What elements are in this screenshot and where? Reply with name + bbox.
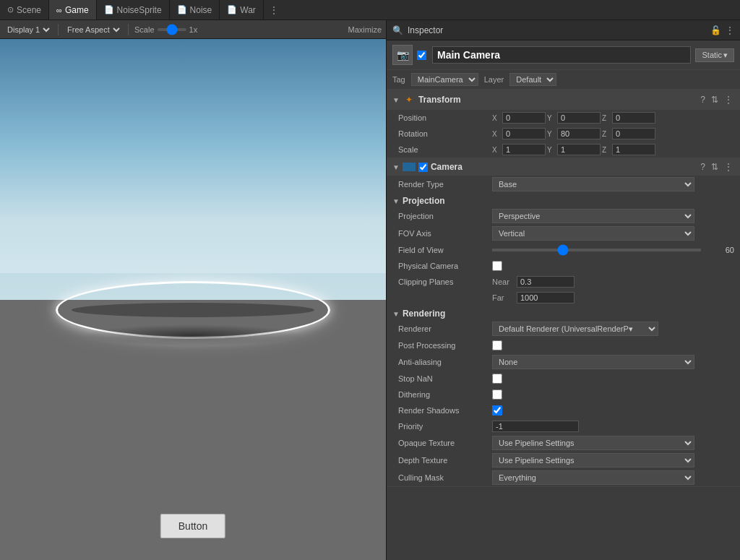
- projection-title: Projection: [403, 196, 445, 206]
- camera-settings-icon[interactable]: ⇅: [710, 162, 720, 172]
- rotation-x-input[interactable]: [502, 128, 546, 139]
- tab-more-button[interactable]: ⋮: [264, 5, 284, 15]
- far-input[interactable]: [517, 292, 575, 303]
- render-type-select[interactable]: Base: [492, 177, 694, 191]
- maximize-button[interactable]: Maximize: [348, 25, 382, 34]
- static-button[interactable]: Static ▾: [695, 48, 734, 62]
- camera-component: ▼ Camera ? ⇅ ⋮ Render Type Base: [387, 158, 740, 487]
- game-ui-button[interactable]: Button: [160, 514, 225, 538]
- scale-y-label: Y: [547, 146, 556, 154]
- tag-select[interactable]: MainCamera: [411, 73, 478, 86]
- camera-help-icon[interactable]: ?: [699, 162, 707, 172]
- depth-texture-select[interactable]: Use Pipeline Settings: [492, 453, 694, 468]
- inspector-menu-icon[interactable]: ⋮: [726, 25, 734, 35]
- fov-axis-value: Vertical: [492, 226, 734, 241]
- position-y-input[interactable]: [557, 112, 601, 124]
- near-input[interactable]: [517, 276, 575, 288]
- position-z-input[interactable]: [612, 112, 655, 124]
- ring-cast-shadow: [83, 324, 303, 346]
- post-processing-row: Post Processing: [387, 337, 740, 353]
- transform-component: ▼ ✦ Transform ? ⇅ ⋮ Position X Y: [387, 90, 740, 158]
- rotation-z-input[interactable]: [612, 128, 655, 139]
- physical-camera-label: Physical Camera: [398, 262, 492, 270]
- rotation-row: Rotation X Y Z: [387, 126, 740, 142]
- fov-slider[interactable]: [492, 249, 701, 251]
- clipping-near-row: Clipping Planes Near: [387, 274, 740, 290]
- display-select[interactable]: Display 1: [4, 25, 52, 35]
- position-xyz: X Y Z: [492, 112, 734, 124]
- transform-settings-icon[interactable]: ⇅: [710, 95, 720, 105]
- scale-x-input[interactable]: [502, 144, 546, 155]
- transform-help-icon[interactable]: ?: [699, 95, 707, 105]
- render-shadows-label: Render Shadows: [398, 406, 492, 415]
- rotation-y-input[interactable]: [557, 128, 601, 139]
- projection-select[interactable]: Perspective: [492, 209, 694, 223]
- tab-scene-label: Scene: [17, 5, 41, 15]
- transform-title: Transform: [418, 95, 696, 105]
- anti-aliasing-row: Anti-aliasing None: [387, 353, 740, 371]
- tab-game[interactable]: ∞ Game: [49, 0, 97, 20]
- scale-y-input[interactable]: [557, 144, 601, 155]
- rendering-collapse-arrow: ▼: [392, 310, 400, 318]
- object-name-input[interactable]: [432, 46, 691, 64]
- projection-subheader[interactable]: ▼ Projection: [387, 193, 740, 207]
- transform-collapse-arrow: ▼: [392, 96, 400, 104]
- tab-scene[interactable]: ⊙ Scene: [0, 0, 49, 20]
- game-toolbar: Display 1 Free Aspect Scale 1x Maximize: [0, 20, 386, 39]
- camera-active-checkbox[interactable]: [418, 163, 428, 172]
- game-tab-icon: ∞: [56, 6, 62, 14]
- aspect-select[interactable]: Free Aspect: [64, 25, 122, 35]
- physical-camera-checkbox[interactable]: [492, 261, 502, 271]
- scale-z-input[interactable]: [612, 144, 655, 155]
- dithering-label: Dithering: [398, 390, 492, 399]
- post-processing-checkbox[interactable]: [492, 340, 502, 350]
- depth-texture-value: Use Pipeline Settings: [492, 453, 734, 468]
- renderer-row: Renderer Default Renderer (UniversalRend…: [387, 320, 740, 337]
- physical-camera-row: Physical Camera: [387, 258, 740, 274]
- layer-select[interactable]: Default: [509, 73, 556, 86]
- tab-noise[interactable]: 📄 Noise: [170, 0, 220, 20]
- stop-nan-checkbox[interactable]: [492, 374, 502, 384]
- main-content: Display 1 Free Aspect Scale 1x Maximize: [0, 20, 740, 560]
- render-shadows-value: [492, 405, 734, 415]
- fov-axis-select[interactable]: Vertical: [492, 226, 694, 241]
- fov-number: 60: [705, 246, 734, 254]
- post-processing-label: Post Processing: [398, 341, 492, 350]
- dithering-checkbox[interactable]: [492, 389, 502, 400]
- tab-war[interactable]: 📄 War: [220, 0, 264, 20]
- opaque-texture-select[interactable]: Use Pipeline Settings: [492, 436, 694, 450]
- position-label: Position: [398, 113, 492, 122]
- camera-component-header[interactable]: ▼ Camera ? ⇅ ⋮: [387, 158, 740, 176]
- camera-title: Camera: [431, 162, 696, 172]
- inspector-body: 📷 Static ▾ Tag MainCamera Layer Default: [387, 40, 740, 560]
- tab-noisesprite[interactable]: 📄 NoiseSprite: [97, 0, 170, 20]
- tag-label: Tag: [392, 75, 405, 84]
- sky-background: [0, 39, 386, 300]
- camera-menu-icon[interactable]: ⋮: [723, 162, 734, 172]
- object-active-checkbox[interactable]: [417, 51, 426, 60]
- culling-mask-select[interactable]: Everything: [492, 470, 694, 485]
- priority-input[interactable]: [492, 421, 579, 432]
- inspector-lock-icon[interactable]: 🔓: [710, 25, 721, 35]
- scale-value: 1x: [189, 25, 198, 34]
- toolbar-separator-2: [128, 24, 129, 35]
- noise-tab-icon: 📄: [177, 5, 187, 14]
- opaque-texture-row: Opaque Texture Use Pipeline Settings: [387, 434, 740, 452]
- anti-aliasing-select[interactable]: None: [492, 355, 694, 369]
- renderer-select[interactable]: Default Renderer (UniversalRenderP▾: [492, 322, 658, 336]
- depth-texture-row: Depth Texture Use Pipeline Settings: [387, 452, 740, 469]
- fov-label: Field of View: [398, 246, 492, 254]
- fov-axis-row: FOV Axis Vertical: [387, 225, 740, 242]
- ring-object: [56, 281, 330, 339]
- position-z-label: Z: [602, 114, 611, 122]
- priority-label: Priority: [398, 422, 492, 431]
- transform-menu-icon[interactable]: ⋮: [723, 95, 734, 105]
- rendering-subheader[interactable]: ▼ Rendering: [387, 306, 740, 320]
- transform-component-header[interactable]: ▼ ✦ Transform ? ⇅ ⋮: [387, 90, 740, 110]
- render-shadows-checkbox[interactable]: [492, 405, 502, 415]
- position-x-input[interactable]: [502, 112, 546, 124]
- projection-collapse-arrow: ▼: [392, 197, 400, 205]
- scale-slider[interactable]: [158, 28, 186, 31]
- layer-label: Layer: [484, 75, 504, 84]
- inspector-title: Inspector: [408, 25, 443, 35]
